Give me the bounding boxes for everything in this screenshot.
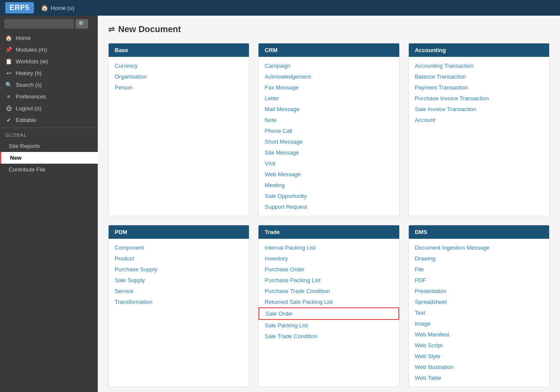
- item-balance-transaction[interactable]: Balance Transaction: [409, 71, 549, 82]
- item-currency[interactable]: Currency: [109, 60, 249, 71]
- item-acknowledgement[interactable]: Acknowledgement: [258, 71, 399, 82]
- home-icon: 🏠: [41, 4, 48, 11]
- item-organisation[interactable]: Organisation: [109, 71, 249, 82]
- item-sale-supply[interactable]: Sale Supply: [109, 275, 249, 286]
- home-icon: 🏠: [5, 35, 12, 41]
- item-letter[interactable]: Letter: [258, 93, 399, 104]
- sidebar-item-label: Logout (o): [16, 105, 41, 112]
- sidebar-item-label: Modules (m): [16, 46, 47, 53]
- item-campaign[interactable]: Campaign: [258, 60, 399, 71]
- item-purchase-invoice-transaction[interactable]: Purchase Invoice Transaction: [409, 93, 549, 104]
- worklists-icon: 📋: [5, 58, 12, 65]
- item-text[interactable]: Text: [409, 307, 549, 318]
- card-pdm: PDM Component Product Purchase Supply Sa…: [108, 225, 249, 387]
- item-support-request[interactable]: Support Request: [258, 201, 399, 212]
- item-web-script[interactable]: Web Script: [409, 340, 549, 351]
- item-account[interactable]: Account: [409, 115, 549, 125]
- card-crm-body: Campaign Acknowledgement Fax Message Let…: [258, 57, 399, 216]
- sidebar-search-area: 🔍: [0, 16, 98, 32]
- shuffle-icon: ⇌: [108, 25, 115, 34]
- item-sale-trade-condition[interactable]: Sale Trade Condition: [258, 331, 399, 342]
- item-service[interactable]: Service: [109, 286, 249, 296]
- sidebar: 🔍 🏠 Home 📌 Modules (m) 📋 Worklists (w) ↩…: [0, 16, 98, 392]
- item-visit[interactable]: Visit: [258, 158, 399, 169]
- item-image[interactable]: Image: [409, 318, 549, 329]
- item-web-message[interactable]: Web Message: [258, 169, 399, 180]
- item-purchase-supply[interactable]: Purchase Supply: [109, 264, 249, 275]
- sidebar-item-label: New: [10, 155, 22, 161]
- item-drawing[interactable]: Drawing: [409, 253, 549, 264]
- sidebar-item-label: Home: [16, 35, 31, 41]
- editable-icon: ✔: [5, 117, 12, 123]
- sidebar-item-label: Worklists (w): [16, 58, 48, 65]
- item-sale-opportunity[interactable]: Sale Opportunity: [258, 191, 399, 201]
- item-purchase-order[interactable]: Purchase Order: [258, 264, 399, 275]
- item-site-message[interactable]: Site Message: [258, 147, 399, 158]
- card-base: Base Currency Organisation Person: [108, 43, 249, 216]
- item-sale-order[interactable]: Sale Order: [258, 307, 399, 320]
- sidebar-item-label: Editable: [16, 117, 36, 123]
- item-sale-packing-list[interactable]: Sale Packing List: [258, 320, 399, 331]
- page-title: ⇌ New Document: [108, 24, 550, 34]
- sidebar-item-history[interactable]: ↩ History (h): [0, 67, 98, 79]
- sidebar-section-global: GLOBAL: [0, 130, 98, 140]
- item-web-table[interactable]: Web Table: [409, 372, 549, 383]
- sidebar-item-label: History (h): [16, 70, 42, 76]
- card-pdm-body: Component Product Purchase Supply Sale S…: [109, 239, 249, 311]
- item-short-message[interactable]: Short Message: [258, 136, 399, 147]
- item-mail-message[interactable]: Mail Message: [258, 104, 399, 115]
- item-internal-packing-list[interactable]: Internal Packing List: [258, 242, 399, 253]
- item-purchase-trade-condition[interactable]: Purchase Trade Condition: [258, 286, 399, 296]
- main-content: ⇌ New Document Base Currency Organisatio…: [98, 16, 560, 392]
- item-sale-invoice-transaction[interactable]: Sale Invoice Transaction: [409, 104, 549, 115]
- sidebar-item-modules[interactable]: 📌 Modules (m): [0, 44, 98, 56]
- card-accounting-body: Accounting Transaction Balance Transacti…: [409, 57, 549, 129]
- card-crm: CRM Campaign Acknowledgement Fax Message…: [258, 43, 399, 216]
- erp5-logo: ERP5: [5, 2, 34, 13]
- home-link[interactable]: 🏠 Home (u): [41, 4, 74, 11]
- item-pdf[interactable]: PDF: [409, 275, 549, 286]
- item-returned-sale-packing-list[interactable]: Returned Sale Packing List: [258, 296, 399, 307]
- item-phone-call[interactable]: Phone Call: [258, 125, 399, 136]
- item-purchase-packing-list[interactable]: Purchase Packing List: [258, 275, 399, 286]
- item-meeting[interactable]: Meeting: [258, 180, 399, 191]
- topbar: ERP5 🏠 Home (u): [0, 0, 560, 16]
- item-web-illustration[interactable]: Web Illustration: [409, 362, 549, 372]
- sidebar-item-worklists[interactable]: 📋 Worklists (w): [0, 56, 98, 67]
- item-spreadsheet[interactable]: Spreadsheet: [409, 296, 549, 307]
- history-icon: ↩: [5, 70, 12, 76]
- sidebar-item-label: Contribute File: [9, 166, 46, 173]
- item-product[interactable]: Product: [109, 253, 249, 264]
- item-person[interactable]: Person: [109, 82, 249, 93]
- card-trade-header: Trade: [258, 225, 399, 239]
- item-fax-message[interactable]: Fax Message: [258, 82, 399, 93]
- sidebar-item-editable[interactable]: ✔ Editable: [0, 114, 98, 126]
- item-web-style[interactable]: Web Style: [409, 351, 549, 362]
- sidebar-divider: [0, 128, 98, 128]
- item-presentation[interactable]: Presentation: [409, 286, 549, 296]
- sidebar-item-contribute-file[interactable]: Contribute File: [0, 164, 98, 175]
- item-transformation[interactable]: Transformation: [109, 296, 249, 307]
- item-document-ingestion-message[interactable]: Document Ingestion Message: [409, 242, 549, 253]
- card-dms: DMS Document Ingestion Message Drawing F…: [408, 225, 550, 387]
- item-note[interactable]: Note: [258, 115, 399, 125]
- sidebar-item-search[interactable]: 🔍 Search (s): [0, 79, 98, 91]
- item-file[interactable]: File: [409, 264, 549, 275]
- item-component[interactable]: Component: [109, 242, 249, 253]
- sidebar-item-site-reports[interactable]: Site Reports: [0, 140, 98, 152]
- sidebar-item-new[interactable]: New: [0, 152, 98, 164]
- item-inventory[interactable]: Inventory: [258, 253, 399, 264]
- card-pdm-header: PDM: [109, 225, 249, 239]
- item-accounting-transaction[interactable]: Accounting Transaction: [409, 60, 549, 71]
- logout-icon: ⏻: [5, 105, 12, 112]
- sidebar-item-logout[interactable]: ⏻ Logout (o): [0, 102, 98, 114]
- item-web-manifest[interactable]: Web Manifest: [409, 329, 549, 340]
- search-button[interactable]: 🔍: [76, 19, 88, 29]
- item-payment-transaction[interactable]: Payment Transaction: [409, 82, 549, 93]
- search-input[interactable]: [4, 19, 74, 29]
- cards-row-1: Base Currency Organisation Person CRM Ca…: [108, 43, 550, 216]
- sidebar-item-preferences[interactable]: ≡ Preferences: [0, 91, 98, 102]
- sidebar-item-home[interactable]: 🏠 Home: [0, 32, 98, 44]
- card-crm-header: CRM: [258, 43, 399, 57]
- card-base-header: Base: [109, 43, 249, 57]
